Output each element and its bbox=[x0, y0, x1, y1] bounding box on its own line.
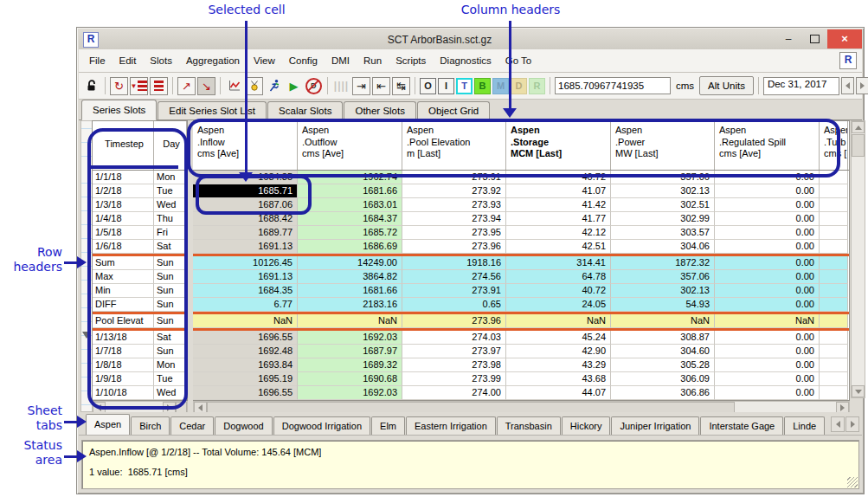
timestep-cell[interactable]: Min bbox=[93, 284, 154, 298]
column-header-aspen-turb[interactable]: Aspen.Turbcms [ bbox=[820, 121, 848, 170]
day-cell[interactable]: Sun bbox=[154, 256, 187, 270]
sheet-tab-elm[interactable]: Elm bbox=[371, 416, 405, 435]
value-cell[interactable]: 1918.16 bbox=[402, 256, 506, 270]
expand-sct-button[interactable]: ↗ bbox=[177, 77, 196, 95]
sheet-tab-juniper-irrigation[interactable]: Juniper Irrigation bbox=[611, 416, 699, 435]
value-cell[interactable]: 1684.37 bbox=[298, 212, 402, 226]
timestep-cell[interactable]: 1/9/18 bbox=[93, 372, 154, 386]
value-cell[interactable]: 40.72 bbox=[506, 171, 611, 184]
value-cell[interactable] bbox=[820, 184, 848, 198]
alt-units-button[interactable]: Alt Units bbox=[699, 76, 754, 95]
goto-date-range-button[interactable]: ↹ bbox=[392, 77, 410, 95]
day-cell[interactable]: Sun bbox=[154, 284, 187, 298]
scroll-left-icon[interactable] bbox=[194, 402, 207, 412]
timestep-cell[interactable]: 1/4/18 bbox=[93, 212, 154, 226]
flag-best-efficiency-button[interactable]: B bbox=[474, 78, 491, 94]
value-cell[interactable]: 0.00 bbox=[715, 386, 820, 400]
value-cell[interactable] bbox=[820, 331, 848, 345]
start-run-button[interactable]: ▶ bbox=[285, 77, 303, 95]
timestep-cell[interactable]: 1/7/18 bbox=[93, 345, 154, 358]
timestep-cell[interactable]: Sum bbox=[93, 256, 154, 270]
value-cell[interactable]: 273.96 bbox=[402, 240, 506, 254]
flag-drift-button[interactable]: D bbox=[511, 78, 527, 94]
day-cell[interactable]: Mon bbox=[154, 358, 187, 372]
sheet-tab-interstate-gage[interactable]: Interstate Gage bbox=[700, 416, 783, 435]
value-cell[interactable]: 42.12 bbox=[506, 226, 611, 240]
value-cell[interactable]: 305.28 bbox=[611, 358, 715, 372]
value-cell[interactable]: 1692.48 bbox=[193, 345, 298, 358]
value-cell[interactable] bbox=[820, 372, 848, 386]
value-cell[interactable]: 273.91 bbox=[402, 284, 506, 298]
value-cell[interactable] bbox=[820, 345, 848, 358]
value-cell[interactable]: NaN bbox=[193, 314, 298, 328]
value-cell[interactable]: NaN bbox=[298, 314, 402, 328]
value-cell[interactable]: 1686.69 bbox=[298, 240, 402, 254]
value-cell[interactable]: 1689.32 bbox=[298, 358, 402, 372]
value-cell[interactable] bbox=[820, 270, 848, 284]
value-cell[interactable]: 1687.06 bbox=[193, 198, 298, 212]
day-cell[interactable]: Fri bbox=[154, 226, 187, 240]
value-cell[interactable]: 1685.72 bbox=[298, 226, 402, 240]
hscroll-thumb[interactable] bbox=[207, 402, 735, 412]
value-cell[interactable]: 1696.55 bbox=[193, 331, 298, 345]
corner-header-day[interactable]: Day bbox=[154, 121, 187, 170]
value-cell[interactable]: 357.06 bbox=[611, 270, 715, 284]
value-cell[interactable]: 1687.97 bbox=[298, 345, 402, 358]
value-cell[interactable]: 0.00 bbox=[715, 358, 820, 372]
day-cell[interactable]: Sun bbox=[154, 298, 187, 312]
value-cell[interactable] bbox=[820, 314, 848, 328]
divider-rows-button[interactable] bbox=[150, 77, 168, 95]
value-cell[interactable]: 302.99 bbox=[611, 212, 715, 226]
value-cell[interactable]: 3864.82 bbox=[298, 270, 402, 284]
value-cell[interactable] bbox=[820, 256, 848, 270]
sheet-tab-linde[interactable]: Linde bbox=[784, 416, 825, 435]
value-cell[interactable]: 273.95 bbox=[402, 226, 506, 240]
value-cell[interactable]: 308.87 bbox=[611, 331, 715, 345]
value-cell[interactable]: 41.77 bbox=[506, 212, 611, 226]
value-cell[interactable]: 41.42 bbox=[506, 198, 611, 212]
value-cell[interactable]: 273.98 bbox=[402, 358, 506, 372]
value-cell[interactable]: 304.06 bbox=[611, 240, 715, 254]
value-cell[interactable]: 1683.01 bbox=[298, 198, 402, 212]
sheet-tab-eastern-irrigation[interactable]: Eastern Irrigation bbox=[406, 416, 496, 435]
tab-series-slots[interactable]: Series Slots bbox=[81, 100, 157, 120]
open-slot-button[interactable] bbox=[245, 77, 263, 95]
close-button[interactable]: × bbox=[827, 29, 862, 48]
timestep-cell[interactable]: Max bbox=[93, 270, 154, 284]
value-cell[interactable]: 273.91 bbox=[402, 171, 506, 184]
menu-config[interactable]: Config bbox=[282, 53, 325, 68]
value-cell[interactable]: 0.00 bbox=[715, 240, 820, 254]
value-cell[interactable]: 273.99 bbox=[402, 372, 506, 386]
value-cell[interactable] bbox=[820, 198, 848, 212]
value-cell[interactable]: 357.06 bbox=[611, 171, 715, 184]
value-cell[interactable]: 1684.35 bbox=[193, 284, 298, 298]
value-cell[interactable] bbox=[820, 226, 848, 240]
menu-run[interactable]: Run bbox=[357, 53, 389, 68]
value-cell[interactable]: 43.29 bbox=[506, 358, 611, 372]
value-cell[interactable]: 273.92 bbox=[402, 184, 506, 198]
menu-edit[interactable]: Edit bbox=[113, 53, 144, 68]
day-cell[interactable]: Tue bbox=[154, 372, 187, 386]
value-cell[interactable]: 0.00 bbox=[715, 284, 820, 298]
value-cell[interactable]: 1691.13 bbox=[193, 270, 298, 284]
tabs-scroll-left-icon[interactable] bbox=[831, 416, 845, 432]
day-cell[interactable]: Sat bbox=[154, 331, 187, 345]
value-cell[interactable]: 10126.45 bbox=[193, 256, 298, 270]
value-cell[interactable]: 42.51 bbox=[506, 240, 611, 254]
value-cell[interactable]: 274.00 bbox=[402, 386, 506, 400]
day-cell[interactable]: Sun bbox=[154, 270, 187, 284]
value-cell[interactable]: 1692.03 bbox=[298, 386, 402, 400]
value-cell[interactable]: 6.77 bbox=[193, 298, 298, 312]
date-field[interactable]: Dec 31, 2017 bbox=[763, 77, 839, 95]
value-cell[interactable]: 273.93 bbox=[402, 198, 506, 212]
value-cell[interactable]: 1681.66 bbox=[298, 284, 402, 298]
value-cell[interactable]: 302.13 bbox=[611, 284, 715, 298]
value-cell[interactable]: 306.86 bbox=[611, 386, 715, 400]
date-prev-button[interactable] bbox=[841, 77, 854, 94]
value-cell[interactable]: 1696.55 bbox=[193, 386, 298, 400]
aggregation-collapsed-marker[interactable] bbox=[82, 332, 91, 339]
value-cell[interactable]: 1690.68 bbox=[298, 372, 402, 386]
column-header-aspen-pool-elevation[interactable]: Aspen.Pool Elevationm [Last] bbox=[402, 121, 506, 170]
value-cell[interactable]: 273.97 bbox=[402, 345, 506, 358]
value-cell[interactable]: 64.78 bbox=[506, 270, 611, 284]
